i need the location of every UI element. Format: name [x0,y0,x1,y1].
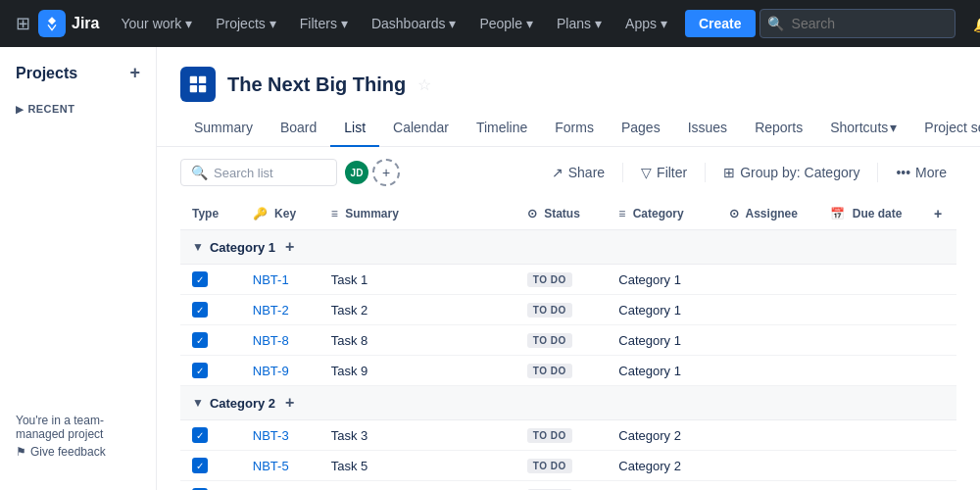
filter-button[interactable]: ▽ Filter [631,160,697,185]
table-row[interactable]: ✓ NBT-7 Task 7 TO DO Category 2 [180,481,956,491]
nav-people[interactable]: People ▾ [469,10,543,37]
main-content: The Next Big Thing ☆ Summary Board List … [157,47,980,490]
col-header-type: Type [180,198,241,230]
issue-key[interactable]: NBT-8 [253,333,289,348]
status-badge: TO DO [527,303,572,318]
issue-summary: Task 3 [331,428,368,443]
issue-category: Category 1 [618,272,681,287]
ellipsis-icon: ••• [896,165,910,180]
nav-projects[interactable]: Projects ▾ [206,10,286,37]
chevron-down-icon: ▾ [341,16,348,31]
issue-summary: Task 9 [331,364,368,378]
status-badge: TO DO [527,272,572,287]
nav-dashboards[interactable]: Dashboards ▾ [362,10,466,37]
task-checkbox[interactable]: ✓ [192,271,208,287]
jira-logo[interactable]: Jira [38,10,99,37]
star-icon[interactable]: ☆ [417,75,431,94]
nav-filters[interactable]: Filters ▾ [290,10,358,37]
category-chevron-icon[interactable]: ▼ [192,240,204,254]
issue-key[interactable]: NBT-1 [253,272,289,287]
nav-plans[interactable]: Plans ▾ [547,10,612,37]
chevron-down-icon: ▾ [595,16,602,31]
search-input[interactable] [760,9,956,38]
table-row[interactable]: ✓ NBT-3 Task 3 TO DO Category 2 [180,420,956,451]
tab-board[interactable]: Board [267,110,330,147]
tab-calendar[interactable]: Calendar [379,110,463,147]
due-date-cell [818,420,922,451]
sidebar-add-icon[interactable]: + [129,63,140,83]
tab-summary[interactable]: Summary [180,110,267,147]
col-header-duedate: 📅 Due date [818,198,922,230]
task-checkbox[interactable]: ✓ [192,458,208,473]
avatar-user1[interactable]: JD [343,159,370,186]
due-date-cell [818,451,922,481]
issue-category: Category 2 [618,428,681,443]
more-button[interactable]: ••• More [886,160,956,185]
top-navigation: ⊞ Jira Your work ▾ Projects ▾ Filters ▾ … [0,0,980,47]
issue-summary: Task 5 [331,459,368,473]
status-icon: ⊙ [527,207,537,220]
add-to-category-icon[interactable]: + [285,238,294,256]
category-chevron-icon[interactable]: ▼ [192,396,204,410]
table-row[interactable]: ✓ NBT-9 Task 9 TO DO Category 1 [180,356,956,386]
notifications-icon[interactable]: 🔔 [967,8,980,39]
task-checkbox[interactable]: ✓ [192,427,208,443]
table-row[interactable]: ✓ NBT-2 Task 2 TO DO Category 1 [180,295,956,325]
col-header-add[interactable]: + [922,198,956,230]
nav-apps[interactable]: Apps ▾ [615,10,677,37]
tab-project-settings[interactable]: Project settings [910,110,980,147]
category-icon: ≡ [618,207,625,220]
tab-forms[interactable]: Forms [541,110,608,147]
apps-grid-icon[interactable]: ⊞ [12,9,34,38]
tab-list[interactable]: List [330,110,379,147]
add-to-category-icon[interactable]: + [285,394,294,412]
task-checkbox[interactable]: ✓ [192,332,208,348]
give-feedback-link[interactable]: ⚑ Give feedback [16,445,140,459]
category-name: Category 2 [210,396,275,411]
nav-your-work[interactable]: Your work ▾ [111,10,202,37]
svg-rect-3 [199,85,206,92]
jira-logo-text: Jira [72,15,99,32]
category-row: ▼ Category 2 + [180,386,956,420]
group-by-button[interactable]: ⊞ Group by: Category [713,160,869,185]
sidebar-recent-section[interactable]: ▶ RECENT [0,95,156,119]
search-bar: 🔍 [760,9,956,38]
project-header: The Next Big Thing ☆ [157,47,980,102]
add-people-icon[interactable]: + [372,159,400,186]
share-button[interactable]: ↗ Share [542,160,614,185]
table-row[interactable]: ✓ NBT-5 Task 5 TO DO Category 2 [180,451,956,481]
share-icon: ↗ [552,165,564,180]
tab-pages[interactable]: Pages [608,110,674,147]
task-checkbox[interactable]: ✓ [192,363,208,378]
assignee-cell [717,356,819,386]
tab-issues[interactable]: Issues [674,110,741,147]
category-name: Category 1 [210,240,275,255]
search-list-input[interactable]: 🔍 Search list [180,159,337,186]
team-note: You're in a team-managed project [16,414,140,441]
tab-shortcuts[interactable]: Shortcuts ▾ [816,110,910,147]
status-badge: TO DO [527,428,572,443]
add-column-icon[interactable]: + [934,206,942,221]
svg-rect-0 [190,76,197,83]
jira-logo-icon [38,10,66,37]
sidebar: Projects + ▶ RECENT You're in a team-man… [0,47,157,490]
col-header-summary: ≡ Summary [319,198,515,230]
assignee-cell [717,451,819,481]
issue-category: Category 1 [618,303,681,318]
issue-key[interactable]: NBT-3 [253,428,289,443]
issue-key[interactable]: NBT-2 [253,303,289,318]
issue-key[interactable]: NBT-5 [253,459,289,473]
toolbar-divider [622,163,623,182]
issue-key[interactable]: NBT-9 [253,364,289,378]
due-date-cell [818,356,922,386]
assignee-cell [717,295,819,325]
table-row[interactable]: ✓ NBT-1 Task 1 TO DO Category 1 [180,265,956,295]
due-date-cell [818,325,922,356]
tab-timeline[interactable]: Timeline [463,110,541,147]
duedate-icon: 📅 [830,207,845,220]
table-row[interactable]: ✓ NBT-8 Task 8 TO DO Category 1 [180,325,956,356]
create-button[interactable]: Create [685,10,756,37]
assignee-cell [717,265,819,295]
tab-reports[interactable]: Reports [741,110,816,147]
task-checkbox[interactable]: ✓ [192,302,208,318]
